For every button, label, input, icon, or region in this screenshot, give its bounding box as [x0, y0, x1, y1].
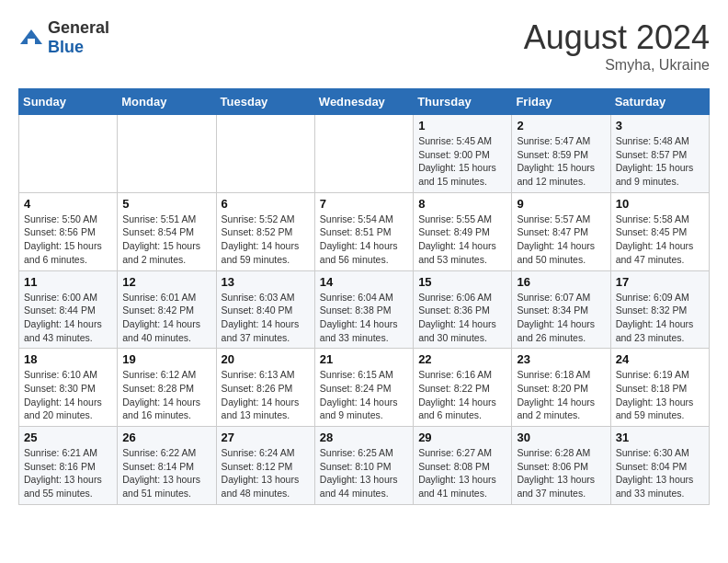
day-info: Sunrise: 6:19 AM Sunset: 8:18 PM Dayligh… — [616, 368, 704, 422]
header-tuesday: Tuesday — [216, 89, 314, 115]
calendar-cell: 20Sunrise: 6:13 AM Sunset: 8:26 PM Dayli… — [216, 349, 314, 427]
calendar-cell: 12Sunrise: 6:01 AM Sunset: 8:42 PM Dayli… — [118, 270, 216, 349]
calendar-header-row: SundayMondayTuesdayWednesdayThursdayFrid… — [19, 89, 710, 115]
calendar-table: SundayMondayTuesdayWednesdayThursdayFrid… — [18, 88, 710, 505]
day-info: Sunrise: 6:21 AM Sunset: 8:16 PM Dayligh… — [24, 446, 112, 500]
calendar-cell — [314, 115, 413, 193]
day-info: Sunrise: 5:51 AM Sunset: 8:54 PM Dayligh… — [122, 213, 210, 267]
calendar-cell: 23Sunrise: 6:18 AM Sunset: 8:20 PM Dayli… — [512, 349, 610, 427]
calendar-cell: 22Sunrise: 6:16 AM Sunset: 8:22 PM Dayli… — [414, 349, 512, 427]
day-number: 23 — [517, 352, 605, 366]
day-number: 17 — [616, 275, 704, 289]
day-info: Sunrise: 6:06 AM Sunset: 8:36 PM Dayligh… — [418, 291, 506, 345]
calendar-cell: 7Sunrise: 5:54 AM Sunset: 8:51 PM Daylig… — [314, 192, 413, 270]
day-info: Sunrise: 5:47 AM Sunset: 8:59 PM Dayligh… — [517, 134, 605, 189]
day-number: 1 — [418, 119, 506, 132]
day-info: Sunrise: 5:54 AM Sunset: 8:51 PM Dayligh… — [320, 213, 408, 267]
day-number: 11 — [24, 275, 112, 289]
day-number: 10 — [616, 197, 704, 211]
logo-general: General — [48, 18, 109, 37]
calendar-cell: 10Sunrise: 5:58 AM Sunset: 8:45 PM Dayli… — [610, 192, 709, 270]
day-info: Sunrise: 6:13 AM Sunset: 8:26 PM Dayligh… — [222, 368, 310, 422]
calendar-week-1: 1Sunrise: 5:45 AM Sunset: 9:00 PM Daylig… — [19, 115, 710, 193]
day-info: Sunrise: 5:55 AM Sunset: 8:49 PM Dayligh… — [418, 213, 506, 267]
calendar-cell: 17Sunrise: 6:09 AM Sunset: 8:32 PM Dayli… — [610, 270, 709, 349]
day-number: 30 — [517, 431, 605, 444]
day-info: Sunrise: 6:00 AM Sunset: 8:44 PM Dayligh… — [24, 291, 112, 345]
day-number: 22 — [418, 352, 506, 366]
page-header: General Blue August 2024 Smyha, Ukraine — [18, 18, 710, 74]
day-info: Sunrise: 6:16 AM Sunset: 8:22 PM Dayligh… — [418, 368, 506, 422]
day-info: Sunrise: 6:12 AM Sunset: 8:28 PM Dayligh… — [122, 368, 210, 422]
day-info: Sunrise: 6:30 AM Sunset: 8:04 PM Dayligh… — [616, 446, 704, 500]
calendar-cell: 14Sunrise: 6:04 AM Sunset: 8:38 PM Dayli… — [314, 270, 413, 349]
calendar-cell: 11Sunrise: 6:00 AM Sunset: 8:44 PM Dayli… — [19, 270, 118, 349]
day-number: 29 — [418, 431, 506, 444]
calendar-cell: 31Sunrise: 6:30 AM Sunset: 8:04 PM Dayli… — [610, 427, 709, 505]
day-number: 24 — [616, 352, 704, 366]
calendar-body: 1Sunrise: 5:45 AM Sunset: 9:00 PM Daylig… — [19, 115, 710, 505]
day-number: 28 — [320, 431, 408, 444]
calendar-cell: 28Sunrise: 6:25 AM Sunset: 8:10 PM Dayli… — [314, 427, 413, 505]
calendar-cell: 18Sunrise: 6:10 AM Sunset: 8:30 PM Dayli… — [19, 349, 118, 427]
day-number: 7 — [320, 197, 408, 211]
day-info: Sunrise: 6:04 AM Sunset: 8:38 PM Dayligh… — [320, 291, 408, 345]
day-number: 8 — [418, 197, 506, 211]
day-number: 19 — [122, 352, 210, 366]
calendar-cell: 9Sunrise: 5:57 AM Sunset: 8:47 PM Daylig… — [512, 192, 610, 270]
header-saturday: Saturday — [610, 89, 709, 115]
day-info: Sunrise: 6:28 AM Sunset: 8:06 PM Dayligh… — [517, 446, 605, 500]
day-number: 14 — [320, 275, 408, 289]
svg-rect-1 — [28, 39, 35, 44]
day-info: Sunrise: 5:52 AM Sunset: 8:52 PM Dayligh… — [222, 213, 310, 267]
day-number: 15 — [418, 275, 506, 289]
calendar-cell — [216, 115, 314, 193]
day-info: Sunrise: 6:10 AM Sunset: 8:30 PM Dayligh… — [24, 368, 112, 422]
calendar-cell: 19Sunrise: 6:12 AM Sunset: 8:28 PM Dayli… — [118, 349, 216, 427]
day-info: Sunrise: 6:18 AM Sunset: 8:20 PM Dayligh… — [517, 368, 605, 422]
logo: General Blue — [18, 18, 109, 57]
calendar-cell — [118, 115, 216, 193]
calendar-cell: 1Sunrise: 5:45 AM Sunset: 9:00 PM Daylig… — [414, 115, 512, 193]
calendar-cell: 24Sunrise: 6:19 AM Sunset: 8:18 PM Dayli… — [610, 349, 709, 427]
title-block: August 2024 Smyha, Ukraine — [524, 18, 710, 74]
day-number: 13 — [222, 275, 310, 289]
calendar-cell: 27Sunrise: 6:24 AM Sunset: 8:12 PM Dayli… — [216, 427, 314, 505]
logo-icon — [18, 28, 44, 48]
day-info: Sunrise: 6:15 AM Sunset: 8:24 PM Dayligh… — [320, 368, 408, 422]
day-number: 6 — [222, 197, 310, 211]
header-thursday: Thursday — [414, 89, 512, 115]
calendar-cell: 4Sunrise: 5:50 AM Sunset: 8:56 PM Daylig… — [19, 192, 118, 270]
calendar-week-4: 18Sunrise: 6:10 AM Sunset: 8:30 PM Dayli… — [19, 349, 710, 427]
day-info: Sunrise: 6:25 AM Sunset: 8:10 PM Dayligh… — [320, 446, 408, 500]
calendar-week-3: 11Sunrise: 6:00 AM Sunset: 8:44 PM Dayli… — [19, 270, 710, 349]
day-number: 3 — [616, 119, 704, 132]
day-info: Sunrise: 6:24 AM Sunset: 8:12 PM Dayligh… — [222, 446, 310, 500]
day-info: Sunrise: 6:27 AM Sunset: 8:08 PM Dayligh… — [418, 446, 506, 500]
day-number: 12 — [122, 275, 210, 289]
day-number: 26 — [122, 431, 210, 444]
header-monday: Monday — [118, 89, 216, 115]
month-title: August 2024 — [524, 18, 710, 57]
calendar-cell: 30Sunrise: 6:28 AM Sunset: 8:06 PM Dayli… — [512, 427, 610, 505]
day-info: Sunrise: 5:45 AM Sunset: 9:00 PM Dayligh… — [418, 134, 506, 189]
day-number: 27 — [222, 431, 310, 444]
calendar-cell — [19, 115, 118, 193]
calendar-cell: 21Sunrise: 6:15 AM Sunset: 8:24 PM Dayli… — [314, 349, 413, 427]
day-number: 4 — [24, 197, 112, 211]
day-number: 18 — [24, 352, 112, 366]
calendar-cell: 6Sunrise: 5:52 AM Sunset: 8:52 PM Daylig… — [216, 192, 314, 270]
calendar-cell: 26Sunrise: 6:22 AM Sunset: 8:14 PM Dayli… — [118, 427, 216, 505]
header-sunday: Sunday — [19, 89, 118, 115]
location-title: Smyha, Ukraine — [524, 57, 710, 74]
day-number: 20 — [222, 352, 310, 366]
day-info: Sunrise: 6:07 AM Sunset: 8:34 PM Dayligh… — [517, 291, 605, 345]
calendar-cell: 15Sunrise: 6:06 AM Sunset: 8:36 PM Dayli… — [414, 270, 512, 349]
logo-blue: Blue — [48, 38, 84, 56]
calendar-cell: 2Sunrise: 5:47 AM Sunset: 8:59 PM Daylig… — [512, 115, 610, 193]
day-number: 5 — [122, 197, 210, 211]
day-info: Sunrise: 5:48 AM Sunset: 8:57 PM Dayligh… — [616, 134, 704, 189]
calendar-week-2: 4Sunrise: 5:50 AM Sunset: 8:56 PM Daylig… — [19, 192, 710, 270]
calendar-cell: 8Sunrise: 5:55 AM Sunset: 8:49 PM Daylig… — [414, 192, 512, 270]
calendar-cell: 5Sunrise: 5:51 AM Sunset: 8:54 PM Daylig… — [118, 192, 216, 270]
